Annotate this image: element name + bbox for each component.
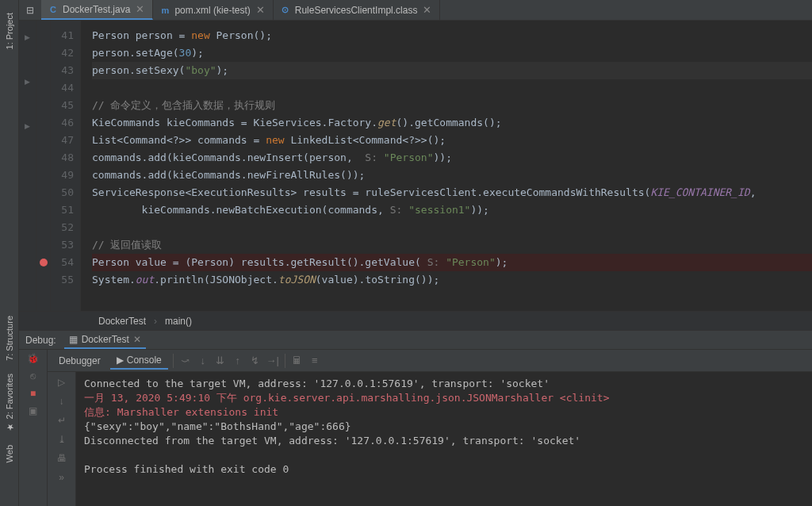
debug-label: Debug:	[25, 335, 56, 346]
step-over-icon[interactable]: ⤻	[178, 354, 193, 368]
layout-icon[interactable]: ▣	[29, 405, 37, 416]
fold-arrow-icon[interactable]: ▶	[25, 122, 30, 130]
code-line[interactable]: System.out.println(JSONObject.toJSON(val…	[92, 271, 812, 289]
close-icon[interactable]: ✕	[134, 3, 146, 15]
pause-icon[interactable]: ↓	[59, 396, 64, 407]
close-icon[interactable]: ✕	[255, 4, 266, 16]
close-icon[interactable]: ✕	[421, 4, 433, 16]
collapse-icon[interactable]: ⊟	[19, 0, 41, 20]
tab-label: pom.xml (kie-test)	[174, 5, 250, 16]
tool-window-bar: 1: Project 7: Structure ★ 2: Favorites W…	[0, 0, 19, 506]
drop-frame-icon[interactable]: ↯	[248, 354, 262, 368]
console-output[interactable]: Connected to the target VM, address: '12…	[76, 372, 812, 506]
editor-content[interactable]: Person person = new Person();person.setA…	[81, 21, 812, 311]
code-line[interactable]: ServiceResponse<ExecutionResults> result…	[92, 184, 812, 201]
stop-icon[interactable]: ■	[30, 388, 36, 399]
step-out-icon[interactable]: ↑	[231, 354, 245, 368]
console-tab[interactable]: ▶ Console	[110, 352, 168, 370]
fold-arrow-icon[interactable]: ▶	[25, 78, 30, 86]
close-icon[interactable]: ✕	[133, 334, 141, 345]
debug-run-tab[interactable]: ▦ DockerTest ✕	[64, 331, 146, 349]
code-line[interactable]	[92, 219, 812, 236]
code-editor[interactable]: ▶ ▶ ▶ 414243444546474849505152535455 Per…	[19, 21, 812, 311]
soft-wrap-icon[interactable]: ↵	[58, 415, 66, 426]
trace-icon[interactable]: ≡	[308, 354, 322, 368]
debug-toolbar: Debugger ▶ Console ⤻ ↓ ⇊ ↑ ↯ →| 🖩	[48, 350, 812, 372]
console-line	[84, 448, 804, 462]
code-line[interactable]: KieCommands kieCommands = KieServices.Fa…	[92, 114, 812, 132]
code-line[interactable]: kieCommands.newBatchExecution(commands, …	[92, 201, 812, 219]
console-line: 一月 13, 2020 5:49:10 下午 org.kie.server.ap…	[84, 391, 804, 405]
code-line[interactable]	[92, 79, 812, 97]
file-type-icon: C	[48, 4, 59, 15]
breadcrumb: DockerTest › main()	[19, 311, 812, 330]
resume-icon[interactable]: ▷	[58, 377, 65, 388]
web-tool[interactable]: Web	[3, 439, 16, 469]
code-line[interactable]: person.setAge(30);	[92, 44, 812, 62]
step-into-icon[interactable]: ↓	[196, 354, 210, 368]
attach-icon[interactable]: ⎋	[30, 370, 36, 381]
line-number-gutter: 414243444546474849505152535455	[51, 21, 81, 311]
editor-tab[interactable]: CDockerTest.java✕	[41, 0, 153, 20]
application-icon: ▦	[69, 334, 78, 345]
editor-tabs: ⊟ CDockerTest.java✕mpom.xml (kie-test)✕⊙…	[19, 0, 812, 21]
code-line[interactable]: Person value = (Person) results.getResul…	[92, 254, 812, 271]
console-line: {"sexy":"boy","name":"BothsHand","age":6…	[84, 420, 804, 434]
fold-arrow-icon[interactable]: ▶	[25, 33, 30, 41]
favorites-tool[interactable]: ★ 2: Favorites	[2, 367, 16, 439]
console-line: Connected to the target VM, address: '12…	[84, 377, 804, 391]
editor-tab[interactable]: ⊙RuleServicesClientImpl.class✕	[274, 0, 441, 20]
console-line: Process finished with exit code 0	[84, 462, 804, 477]
code-line[interactable]: commands.add(kieCommands.newFireAllRules…	[92, 167, 812, 184]
evaluate-icon[interactable]: 🖩	[290, 354, 304, 368]
code-line[interactable]: // 返回值读取	[92, 236, 812, 254]
debug-icon[interactable]: 🐞	[27, 353, 39, 364]
chevron-right-icon: ›	[154, 316, 157, 327]
run-to-cursor-icon[interactable]: →|	[266, 354, 280, 368]
file-type-icon: ⊙	[280, 5, 291, 16]
structure-tool[interactable]: 7: Structure	[3, 309, 16, 367]
breadcrumb-method[interactable]: main()	[165, 316, 192, 327]
fold-gutter: ▶ ▶ ▶	[19, 21, 36, 311]
console-line: Disconnected from the target VM, address…	[84, 434, 804, 448]
debugger-tab[interactable]: Debugger	[52, 353, 107, 369]
more-icon[interactable]: »	[59, 472, 64, 483]
code-line[interactable]: person.setSexy("boy");	[92, 62, 812, 79]
breakpoint-icon[interactable]	[40, 259, 48, 266]
tab-label: RuleServicesClientImpl.class	[295, 5, 418, 16]
print-icon[interactable]: 🖶	[57, 453, 67, 464]
console-left-toolbar: ▷ ↓ ↵ ⤓ 🖶 »	[48, 372, 76, 506]
debug-panel: Debug: ▦ DockerTest ✕ 🐞 ⎋ ■ ▣ Debugger	[19, 330, 812, 506]
tab-label: DockerTest.java	[63, 4, 130, 15]
file-type-icon: m	[159, 5, 170, 16]
project-tool[interactable]: 1: Project	[3, 6, 16, 56]
breadcrumb-class[interactable]: DockerTest	[98, 316, 146, 327]
code-line[interactable]: commands.add(kieCommands.newInsert(perso…	[92, 149, 812, 167]
debug-tab-label: DockerTest	[82, 334, 129, 345]
scroll-end-icon[interactable]: ⤓	[58, 434, 66, 445]
breakpoint-gutter[interactable]	[36, 21, 51, 311]
code-line[interactable]: List<Command<?>> commands = new LinkedLi…	[92, 132, 812, 149]
console-icon: ▶	[117, 355, 124, 366]
code-line[interactable]: // 命令定义，包含插入数据，执行规则	[92, 97, 812, 114]
editor-tab[interactable]: mpom.xml (kie-test)✕	[153, 0, 273, 20]
console-line: 信息: Marshaller extensions init	[84, 405, 804, 420]
debug-vertical-toolbar: 🐞 ⎋ ■ ▣	[19, 350, 48, 506]
force-step-into-icon[interactable]: ⇊	[213, 354, 228, 368]
code-line[interactable]: Person person = new Person();	[92, 27, 812, 44]
